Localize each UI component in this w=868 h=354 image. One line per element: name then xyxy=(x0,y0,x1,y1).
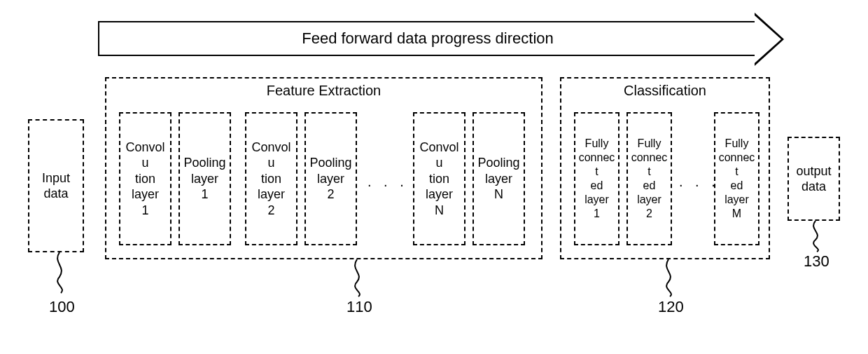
pool-layer-block: Poolinglayer1 xyxy=(178,112,231,245)
pool-layer-label: PoolinglayerN xyxy=(475,152,522,205)
conv-layer-label: ConvolutionlayerN xyxy=(414,137,464,222)
feature-extraction-title: Feature Extraction xyxy=(106,83,541,99)
conv-layer-label: Convolutionlayer2 xyxy=(246,137,296,222)
input-data-block: Inputdata xyxy=(28,119,84,252)
fc-layer-block: Fullyconnected layerM xyxy=(714,112,760,245)
flow-arrow-head-icon xyxy=(755,13,784,66)
fc-layer-block: Fullyconnected layer2 xyxy=(626,112,672,245)
fc-layer-block: Fullyconnected layer1 xyxy=(574,112,620,245)
fc-layer-label: Fullyconnected layer1 xyxy=(575,134,618,224)
pool-layer-block: PoolinglayerN xyxy=(472,112,525,245)
output-data-label: outputdata xyxy=(793,161,834,198)
ref-number: 100 xyxy=(49,298,75,316)
flow-arrow: Feed forward data progress direction xyxy=(98,21,784,56)
pool-layer-label: Poolinglayer1 xyxy=(181,152,228,205)
flow-arrow-shaft: Feed forward data progress direction xyxy=(98,21,756,56)
conv-layer-block: Convolutionlayer1 xyxy=(119,112,172,245)
pool-layer-label: Poolinglayer2 xyxy=(307,152,354,205)
flow-arrow-label: Feed forward data progress direction xyxy=(302,29,554,48)
ref-number: 110 xyxy=(346,298,372,316)
pool-layer-block: Poolinglayer2 xyxy=(304,112,357,245)
fc-layer-label: Fullyconnected layerM xyxy=(715,134,758,224)
leader-line-icon xyxy=(662,259,682,298)
conv-layer-block: ConvolutionlayerN xyxy=(413,112,465,245)
leader-line-icon xyxy=(350,259,371,298)
conv-layer-label: Convolutionlayer1 xyxy=(120,137,170,222)
conv-layer-block: Convolutionlayer2 xyxy=(245,112,298,245)
ellipsis-icon: . . . xyxy=(368,174,408,190)
fc-layer-label: Fullyconnected layer2 xyxy=(628,134,671,224)
output-data-block: outputdata xyxy=(788,137,840,221)
input-data-label: Inputdata xyxy=(39,168,73,205)
diagram-canvas: Feed forward data progress direction Inp… xyxy=(0,0,868,354)
ref-number: 130 xyxy=(804,252,830,271)
leader-line-icon xyxy=(808,221,830,252)
leader-line-icon xyxy=(52,252,74,294)
ref-number: 120 xyxy=(658,298,684,316)
classification-title: Classification xyxy=(561,83,769,99)
